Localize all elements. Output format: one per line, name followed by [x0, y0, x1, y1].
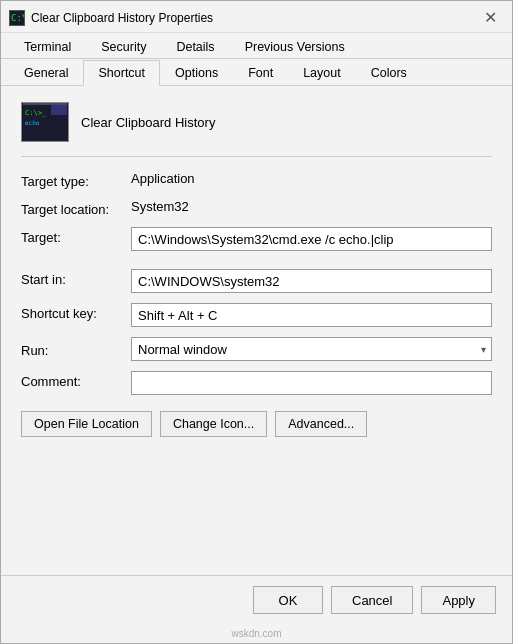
title-bar-left: C:\ Clear Clipboard History Properties — [9, 10, 213, 26]
target-input[interactable] — [131, 227, 492, 251]
run-select-wrapper: Normal window Minimized Maximized ▾ — [131, 337, 492, 361]
app-icon-image: C:\>_ echo — [23, 103, 67, 142]
app-header: C:\>_ echo Clear Clipboard History — [21, 102, 492, 157]
target-row: Target: — [21, 227, 492, 251]
apply-button[interactable]: Apply — [421, 586, 496, 614]
target-type-value: Application — [131, 171, 195, 186]
window-title: Clear Clipboard History Properties — [31, 11, 213, 25]
svg-rect-6 — [51, 105, 67, 115]
shortcut-key-row: Shortcut key: — [21, 303, 492, 327]
comment-row: Comment: — [21, 371, 492, 395]
tab-terminal[interactable]: Terminal — [9, 34, 86, 59]
start-in-input[interactable] — [131, 269, 492, 293]
window-icon: C:\ — [9, 10, 25, 26]
tab-shortcut[interactable]: Shortcut — [83, 60, 160, 86]
run-select[interactable]: Normal window Minimized Maximized — [131, 337, 492, 361]
title-bar: C:\ Clear Clipboard History Properties ✕ — [1, 1, 512, 33]
footer: OK Cancel Apply — [1, 575, 512, 626]
ok-button[interactable]: OK — [253, 586, 323, 614]
main-content: C:\>_ echo Clear Clipboard History Targe… — [1, 86, 512, 575]
advanced-button[interactable]: Advanced... — [275, 411, 367, 437]
action-buttons: Open File Location Change Icon... Advanc… — [21, 411, 492, 437]
tab-previous-versions[interactable]: Previous Versions — [230, 34, 360, 59]
target-location-label: Target location: — [21, 199, 131, 217]
tabs-row-1: Terminal Security Details Previous Versi… — [1, 33, 512, 59]
svg-text:C:\>_: C:\>_ — [25, 109, 47, 117]
comment-label: Comment: — [21, 371, 131, 389]
run-row: Run: Normal window Minimized Maximized ▾ — [21, 337, 492, 361]
tab-colors[interactable]: Colors — [356, 60, 422, 86]
change-icon-button[interactable]: Change Icon... — [160, 411, 267, 437]
run-label: Run: — [21, 340, 131, 358]
target-type-label: Target type: — [21, 171, 131, 189]
tab-options[interactable]: Options — [160, 60, 233, 86]
target-label: Target: — [21, 227, 131, 245]
close-button[interactable]: ✕ — [476, 8, 504, 28]
svg-text:echo: echo — [25, 119, 40, 126]
target-type-row: Target type: Application — [21, 171, 492, 189]
tab-font[interactable]: Font — [233, 60, 288, 86]
tabs-row-2: General Shortcut Options Font Layout Col… — [1, 59, 512, 86]
open-file-location-button[interactable]: Open File Location — [21, 411, 152, 437]
svg-text:C:\: C:\ — [11, 13, 24, 23]
app-icon: C:\>_ echo — [21, 102, 69, 142]
watermark: wskdn.com — [1, 626, 512, 643]
shortcut-key-label: Shortcut key: — [21, 303, 131, 321]
properties-window: C:\ Clear Clipboard History Properties ✕… — [0, 0, 513, 644]
target-location-value: System32 — [131, 199, 189, 214]
start-in-label: Start in: — [21, 269, 131, 287]
app-name-label: Clear Clipboard History — [81, 115, 215, 130]
tab-details[interactable]: Details — [161, 34, 229, 59]
tab-layout[interactable]: Layout — [288, 60, 356, 86]
comment-input[interactable] — [131, 371, 492, 395]
cancel-button[interactable]: Cancel — [331, 586, 413, 614]
svg-rect-5 — [23, 103, 67, 105]
tab-security[interactable]: Security — [86, 34, 161, 59]
tab-general[interactable]: General — [9, 60, 83, 86]
target-location-row: Target location: System32 — [21, 199, 492, 217]
shortcut-key-input[interactable] — [131, 303, 492, 327]
start-in-row: Start in: — [21, 269, 492, 293]
